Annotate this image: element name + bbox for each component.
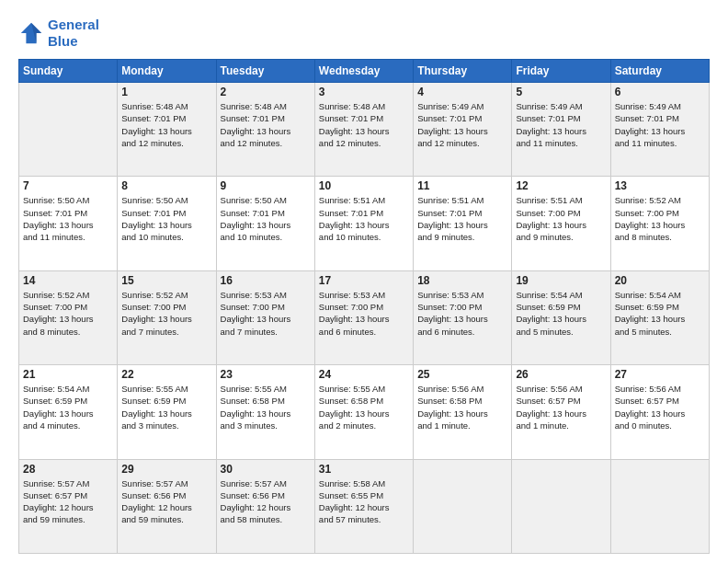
day-number: 28 xyxy=(23,463,113,476)
day-number: 24 xyxy=(319,368,409,381)
day-info: Sunrise: 5:57 AMSunset: 6:57 PMDaylight:… xyxy=(23,477,113,526)
day-info: Sunrise: 5:52 AMSunset: 7:00 PMDaylight:… xyxy=(23,289,113,338)
calendar-day-cell: 13Sunrise: 5:52 AMSunset: 7:00 PMDayligh… xyxy=(610,177,709,270)
day-info: Sunrise: 5:51 AMSunset: 7:01 PMDaylight:… xyxy=(417,194,507,243)
calendar-day-cell: 15Sunrise: 5:52 AMSunset: 7:00 PMDayligh… xyxy=(118,270,216,364)
day-info: Sunrise: 5:54 AMSunset: 6:59 PMDaylight:… xyxy=(23,383,113,431)
calendar-day-cell: 24Sunrise: 5:55 AMSunset: 6:58 PMDayligh… xyxy=(314,365,413,459)
calendar-day-cell: 3Sunrise: 5:48 AMSunset: 7:01 PMDaylight… xyxy=(314,83,413,177)
calendar-table: SundayMondayTuesdayWednesdayThursdayFrid… xyxy=(18,59,710,554)
day-info: Sunrise: 5:49 AMSunset: 7:01 PMDaylight:… xyxy=(417,100,507,149)
day-number: 2 xyxy=(221,86,311,98)
calendar-day-cell: 5Sunrise: 5:49 AMSunset: 7:01 PMDaylight… xyxy=(512,83,610,177)
calendar-day-cell: 9Sunrise: 5:50 AMSunset: 7:01 PMDaylight… xyxy=(216,177,314,270)
day-number: 31 xyxy=(319,463,409,476)
day-info: Sunrise: 5:54 AMSunset: 6:59 PMDaylight:… xyxy=(516,289,606,338)
day-info: Sunrise: 5:51 AMSunset: 7:01 PMDaylight:… xyxy=(319,194,409,243)
calendar-day-cell: 21Sunrise: 5:54 AMSunset: 6:59 PMDayligh… xyxy=(19,365,118,459)
calendar-day-cell: 1Sunrise: 5:48 AMSunset: 7:01 PMDaylight… xyxy=(118,83,216,177)
day-info: Sunrise: 5:50 AMSunset: 7:01 PMDaylight:… xyxy=(23,194,113,243)
logo-icon xyxy=(18,20,44,46)
calendar-header-cell: Wednesday xyxy=(314,60,413,83)
calendar-day-cell: 17Sunrise: 5:53 AMSunset: 7:00 PMDayligh… xyxy=(314,270,413,364)
day-number: 16 xyxy=(221,274,311,287)
day-info: Sunrise: 5:55 AMSunset: 6:58 PMDaylight:… xyxy=(319,383,409,431)
day-info: Sunrise: 5:48 AMSunset: 7:01 PMDaylight:… xyxy=(221,100,311,149)
day-info: Sunrise: 5:57 AMSunset: 6:56 PMDaylight:… xyxy=(221,477,311,526)
day-info: Sunrise: 5:56 AMSunset: 6:57 PMDaylight:… xyxy=(516,383,606,431)
day-number: 18 xyxy=(417,274,507,287)
calendar-day-cell: 18Sunrise: 5:53 AMSunset: 7:00 PMDayligh… xyxy=(414,270,512,364)
day-number: 4 xyxy=(417,86,507,98)
calendar-day-cell: 22Sunrise: 5:55 AMSunset: 6:59 PMDayligh… xyxy=(118,365,216,459)
calendar-day-cell: 2Sunrise: 5:48 AMSunset: 7:01 PMDaylight… xyxy=(216,83,314,177)
day-number: 17 xyxy=(319,274,409,287)
day-number: 14 xyxy=(23,274,113,287)
calendar-week-row: 28Sunrise: 5:57 AMSunset: 6:57 PMDayligh… xyxy=(19,459,710,553)
day-info: Sunrise: 5:58 AMSunset: 6:55 PMDaylight:… xyxy=(319,477,409,526)
calendar-day-cell: 19Sunrise: 5:54 AMSunset: 6:59 PMDayligh… xyxy=(512,270,610,364)
day-number: 11 xyxy=(417,179,507,192)
day-info: Sunrise: 5:48 AMSunset: 7:01 PMDaylight:… xyxy=(121,100,211,149)
day-number: 10 xyxy=(319,179,409,192)
calendar-day-cell: 30Sunrise: 5:57 AMSunset: 6:56 PMDayligh… xyxy=(216,459,314,553)
day-number: 23 xyxy=(221,368,311,381)
calendar-week-row: 7Sunrise: 5:50 AMSunset: 7:01 PMDaylight… xyxy=(19,177,710,270)
logo: General Blue xyxy=(18,17,99,50)
day-info: Sunrise: 5:55 AMSunset: 6:58 PMDaylight:… xyxy=(221,383,311,431)
calendar-header-cell: Friday xyxy=(512,60,610,83)
calendar-day-cell: 29Sunrise: 5:57 AMSunset: 6:56 PMDayligh… xyxy=(118,459,216,553)
logo-text: General Blue xyxy=(48,17,99,50)
day-info: Sunrise: 5:52 AMSunset: 7:00 PMDaylight:… xyxy=(121,289,211,338)
day-info: Sunrise: 5:50 AMSunset: 7:01 PMDaylight:… xyxy=(221,194,311,243)
calendar-header-cell: Thursday xyxy=(414,60,512,83)
day-info: Sunrise: 5:49 AMSunset: 7:01 PMDaylight:… xyxy=(615,100,705,149)
day-number: 25 xyxy=(417,368,507,381)
calendar-week-row: 14Sunrise: 5:52 AMSunset: 7:00 PMDayligh… xyxy=(19,270,710,364)
page: General Blue SundayMondayTuesdayWednesda… xyxy=(0,0,728,563)
day-info: Sunrise: 5:49 AMSunset: 7:01 PMDaylight:… xyxy=(516,100,606,149)
day-number: 7 xyxy=(23,179,113,192)
day-number: 26 xyxy=(516,368,606,381)
calendar-day-cell: 8Sunrise: 5:50 AMSunset: 7:01 PMDaylight… xyxy=(118,177,216,270)
day-info: Sunrise: 5:57 AMSunset: 6:56 PMDaylight:… xyxy=(121,477,211,526)
calendar-header-cell: Sunday xyxy=(19,60,118,83)
calendar-day-cell: 16Sunrise: 5:53 AMSunset: 7:00 PMDayligh… xyxy=(216,270,314,364)
day-number: 22 xyxy=(121,368,211,381)
day-number: 9 xyxy=(221,179,311,192)
calendar-day-cell: 6Sunrise: 5:49 AMSunset: 7:01 PMDaylight… xyxy=(610,83,709,177)
calendar-day-cell: 12Sunrise: 5:51 AMSunset: 7:00 PMDayligh… xyxy=(512,177,610,270)
calendar-day-cell xyxy=(512,459,610,553)
calendar-day-cell: 11Sunrise: 5:51 AMSunset: 7:01 PMDayligh… xyxy=(414,177,512,270)
day-number: 3 xyxy=(319,86,409,98)
day-info: Sunrise: 5:52 AMSunset: 7:00 PMDaylight:… xyxy=(615,194,705,243)
calendar-day-cell: 23Sunrise: 5:55 AMSunset: 6:58 PMDayligh… xyxy=(216,365,314,459)
calendar-week-row: 1Sunrise: 5:48 AMSunset: 7:01 PMDaylight… xyxy=(19,83,710,177)
day-info: Sunrise: 5:48 AMSunset: 7:01 PMDaylight:… xyxy=(319,100,409,149)
header: General Blue xyxy=(18,17,710,50)
calendar-day-cell: 26Sunrise: 5:56 AMSunset: 6:57 PMDayligh… xyxy=(512,365,610,459)
calendar-day-cell xyxy=(19,83,118,177)
day-info: Sunrise: 5:56 AMSunset: 6:58 PMDaylight:… xyxy=(417,383,507,431)
calendar-day-cell: 31Sunrise: 5:58 AMSunset: 6:55 PMDayligh… xyxy=(314,459,413,553)
calendar-body: 1Sunrise: 5:48 AMSunset: 7:01 PMDaylight… xyxy=(19,83,710,554)
day-number: 19 xyxy=(516,274,606,287)
day-number: 12 xyxy=(516,179,606,192)
day-number: 1 xyxy=(121,86,211,98)
day-info: Sunrise: 5:53 AMSunset: 7:00 PMDaylight:… xyxy=(221,289,311,338)
day-number: 27 xyxy=(615,368,705,381)
calendar-day-cell xyxy=(414,459,512,553)
calendar-day-cell: 27Sunrise: 5:56 AMSunset: 6:57 PMDayligh… xyxy=(610,365,709,459)
day-number: 5 xyxy=(516,86,606,98)
calendar-day-cell: 10Sunrise: 5:51 AMSunset: 7:01 PMDayligh… xyxy=(314,177,413,270)
day-number: 29 xyxy=(121,463,211,476)
day-number: 15 xyxy=(121,274,211,287)
day-number: 6 xyxy=(615,86,705,98)
calendar-header-cell: Tuesday xyxy=(216,60,314,83)
calendar-day-cell: 4Sunrise: 5:49 AMSunset: 7:01 PMDaylight… xyxy=(414,83,512,177)
day-info: Sunrise: 5:51 AMSunset: 7:00 PMDaylight:… xyxy=(516,194,606,243)
day-info: Sunrise: 5:56 AMSunset: 6:57 PMDaylight:… xyxy=(615,383,705,431)
calendar-day-cell xyxy=(610,459,709,553)
day-number: 30 xyxy=(221,463,311,476)
calendar-day-cell: 20Sunrise: 5:54 AMSunset: 6:59 PMDayligh… xyxy=(610,270,709,364)
